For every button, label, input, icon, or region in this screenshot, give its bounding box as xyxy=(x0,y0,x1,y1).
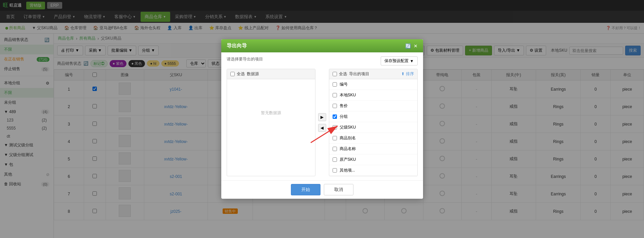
empty-text: 暂无数据源 xyxy=(261,110,281,116)
checklist-item[interactable]: 商品别名 xyxy=(329,133,417,144)
checklist-label: 编号 xyxy=(340,82,348,87)
dialog-arrow-col: ▶ ◀ xyxy=(315,69,329,176)
right-col-label: 导出的项目 xyxy=(349,71,369,77)
dialog-body: 请选择要导出的项目 保存预设配置 ▼ 全选 数据源 暂无数据源 xyxy=(221,52,423,180)
cancel-button[interactable]: 取消 xyxy=(324,184,353,195)
checklist-item[interactable]: 其他项... xyxy=(329,165,417,176)
checklist-checkbox[interactable] xyxy=(333,147,337,151)
dialog-right-col: 全选 导出的项目 ⬆ 排序 编号 本地SKU 售价 分组 父级SKU 商品别名 … xyxy=(329,69,418,176)
dialog-refresh-icon[interactable]: 🔄 xyxy=(405,43,411,49)
export-dialog: 导出向导 🔄 ✕ 请选择要导出的项目 保存预设配置 ▼ 全选 xyxy=(221,39,423,199)
dialog-footer: 开始 取消 xyxy=(221,180,423,199)
checklist-checkbox[interactable] xyxy=(333,136,337,140)
checklist-item[interactable]: 父级SKU xyxy=(329,122,417,133)
dialog-title: 导出向导 xyxy=(227,43,247,49)
dialog-subtitle: 请选择要导出的项目 xyxy=(227,56,263,62)
checklist-label: 原产SKU xyxy=(340,157,356,162)
dialog-right-header: 全选 导出的项目 ⬆ 排序 xyxy=(329,69,417,79)
checklist-item[interactable]: 编号 xyxy=(329,79,417,90)
checklist-label: 商品名称 xyxy=(340,146,356,152)
arrow-left-button[interactable]: ◀ xyxy=(318,124,326,132)
save-config-dropdown[interactable]: ▼ xyxy=(410,59,414,63)
checklist-item[interactable]: 原产SKU xyxy=(329,154,417,165)
dialog-header-right: 🔄 ✕ xyxy=(405,43,418,49)
checklist-item[interactable]: 分组 xyxy=(329,111,417,122)
checklist-label: 售价 xyxy=(340,103,348,109)
right-select-all[interactable] xyxy=(333,72,337,76)
sort-label[interactable]: ⬆ 排序 xyxy=(401,71,414,77)
dialog-left-col: 全选 数据源 暂无数据源 xyxy=(227,69,315,176)
save-config-button[interactable]: 保存预设配置 ▼ xyxy=(381,56,418,65)
save-config-label: 保存预设配置 xyxy=(384,58,409,64)
dialog-header: 导出向导 🔄 ✕ xyxy=(221,39,423,52)
checklist-item[interactable]: 本地SKU xyxy=(329,90,417,101)
checklist-checkbox[interactable] xyxy=(333,82,337,87)
checklist-label: 商品别名 xyxy=(340,135,356,141)
right-select-all-label: 全选 xyxy=(339,71,347,77)
dialog-left-body: 暂无数据源 xyxy=(227,79,315,146)
left-select-all[interactable] xyxy=(230,72,235,76)
checklist-item[interactable]: 商品名称 xyxy=(329,144,417,154)
checklist-checkbox[interactable] xyxy=(333,93,337,97)
dialog-close-icon[interactable]: ✕ xyxy=(414,43,418,49)
dialog-columns: 全选 数据源 暂无数据源 ▶ ◀ xyxy=(227,69,418,176)
checklist-label: 分组 xyxy=(340,114,348,120)
dialog-left-header: 全选 数据源 xyxy=(227,69,315,79)
dialog-overlay: 导出向导 🔄 ✕ 请选择要导出的项目 保存预设配置 ▼ 全选 xyxy=(0,0,644,238)
checklist-checkbox[interactable] xyxy=(333,114,337,119)
checklist-item[interactable]: 售价 xyxy=(329,101,417,111)
checklist-checkbox[interactable] xyxy=(333,104,337,108)
checklist-label: 其他项... xyxy=(340,168,355,173)
left-col-label: 数据源 xyxy=(247,71,259,77)
checklist-checkbox[interactable] xyxy=(333,168,337,173)
checklist-checkbox[interactable] xyxy=(333,157,337,162)
checklist-checkbox[interactable] xyxy=(333,125,337,130)
checklist-label: 本地SKU xyxy=(340,92,356,98)
left-select-all-label: 全选 xyxy=(237,71,245,77)
start-button[interactable]: 开始 xyxy=(291,184,320,195)
dialog-right-body: 编号 本地SKU 售价 分组 父级SKU 商品别名 商品名称 原产SKU 其他项… xyxy=(329,79,417,176)
checklist-label: 父级SKU xyxy=(340,125,356,130)
arrow-right-button[interactable]: ▶ xyxy=(318,113,326,121)
